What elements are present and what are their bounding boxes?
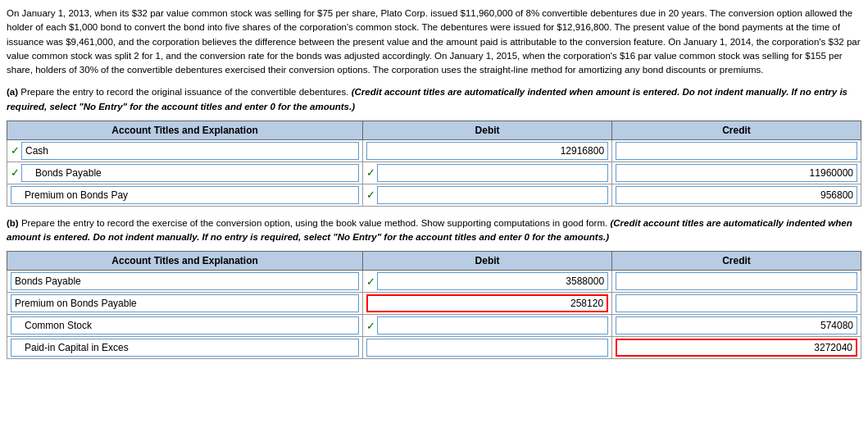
- credit-input[interactable]: [616, 164, 857, 182]
- part-a-letter: (a): [7, 87, 18, 97]
- account-input[interactable]: [11, 272, 359, 290]
- account-cell: ✓: [7, 139, 363, 162]
- credit-cell: [612, 337, 861, 359]
- col-header-debit-b: Debit: [363, 252, 612, 271]
- check-icon: ✓: [366, 275, 375, 288]
- account-cell: ✓: [7, 162, 363, 184]
- credit-cell: [612, 271, 861, 293]
- table-row: ✓: [7, 315, 861, 337]
- col-header-debit: Debit: [363, 121, 612, 139]
- account-input[interactable]: [21, 142, 359, 160]
- credit-cell: [612, 315, 861, 337]
- credit-cell: [612, 293, 861, 315]
- check-icon: ✓: [366, 320, 375, 332]
- credit-cell: [612, 184, 861, 206]
- debit-input[interactable]: [377, 164, 608, 182]
- part-a-table: Account Titles and Explanation Debit Cre…: [7, 121, 861, 207]
- table-row: ✓: [7, 271, 861, 293]
- check-icon: ✓: [366, 189, 375, 201]
- account-cell: [7, 337, 363, 359]
- col-header-credit-b: Credit: [612, 252, 861, 271]
- col-header-account: Account Titles and Explanation: [7, 121, 363, 139]
- check-icon: ✓: [11, 144, 20, 157]
- account-input[interactable]: [11, 186, 359, 204]
- part-a-description: Prepare the entry to record the original…: [20, 87, 348, 97]
- debit-cell: [363, 337, 612, 359]
- debit-input[interactable]: [366, 339, 608, 357]
- table-row: [7, 337, 861, 359]
- table-row: ✓✓: [7, 162, 861, 184]
- account-input[interactable]: [11, 339, 359, 357]
- account-cell: [7, 271, 363, 293]
- col-header-credit: Credit: [612, 121, 861, 139]
- debit-input[interactable]: [377, 272, 608, 290]
- debit-input[interactable]: [366, 142, 608, 160]
- account-cell: [7, 315, 363, 337]
- debit-cell: ✓: [363, 271, 612, 293]
- credit-input[interactable]: [616, 272, 857, 290]
- account-cell: [7, 293, 363, 315]
- credit-input[interactable]: [616, 186, 857, 204]
- credit-cell: [612, 139, 861, 162]
- debit-input[interactable]: [377, 316, 608, 334]
- account-input[interactable]: [11, 316, 359, 334]
- credit-cell: [612, 162, 861, 184]
- part-a-label: (a) Prepare the entry to record the orig…: [7, 85, 861, 114]
- check-icon: ✓: [11, 166, 20, 179]
- intro-paragraph: On January 1, 2013, when its $32 par val…: [7, 7, 861, 77]
- account-cell: [7, 184, 363, 206]
- debit-cell: ✓: [363, 162, 612, 184]
- part-b-label: (b) Prepare the entry to record the exer…: [7, 216, 861, 245]
- credit-input[interactable]: [616, 339, 857, 357]
- account-input[interactable]: [21, 164, 359, 182]
- table-row: ✓: [7, 184, 861, 206]
- debit-cell: ✓: [363, 315, 612, 337]
- debit-input[interactable]: [377, 186, 608, 204]
- table-row: ✓: [7, 139, 861, 162]
- account-input[interactable]: [11, 294, 359, 312]
- credit-input[interactable]: [616, 142, 857, 160]
- part-b-letter: (b): [7, 218, 19, 228]
- part-b-table: Account Titles and Explanation Debit Cre…: [7, 251, 861, 359]
- debit-cell: [363, 293, 612, 315]
- check-icon: ✓: [366, 166, 375, 179]
- part-b-description: Prepare the entry to record the exercise…: [21, 218, 607, 228]
- debit-cell: [363, 139, 612, 162]
- debit-cell: ✓: [363, 184, 612, 206]
- col-header-account-b: Account Titles and Explanation: [7, 252, 363, 271]
- credit-input[interactable]: [616, 294, 857, 312]
- credit-input[interactable]: [616, 316, 857, 334]
- table-row: [7, 293, 861, 315]
- debit-input[interactable]: [366, 294, 608, 312]
